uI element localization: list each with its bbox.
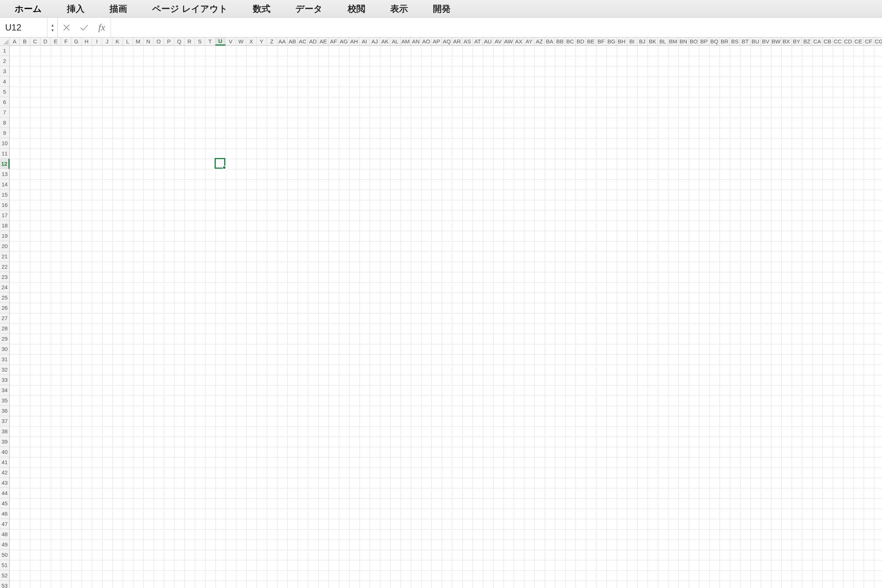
column-header-CE[interactable]: CE [854,38,864,46]
column-header-BR[interactable]: BR [720,38,730,46]
column-header-L[interactable]: L [123,38,133,46]
column-header-BF[interactable]: BF [596,38,606,46]
column-header-CC[interactable]: CC [833,38,843,46]
row-header-45[interactable]: 45 [0,498,9,508]
row-header-49[interactable]: 49 [0,540,9,550]
column-header-AL[interactable]: AL [390,38,400,46]
ribbon-tab-2[interactable]: 描画 [102,1,135,17]
row-header-21[interactable]: 21 [0,251,9,262]
row-header-16[interactable]: 16 [0,200,9,210]
row-header-29[interactable]: 29 [0,334,9,344]
row-header-3[interactable]: 3 [0,66,9,76]
row-header-38[interactable]: 38 [0,426,9,436]
row-header-35[interactable]: 35 [0,395,9,406]
name-box-input[interactable] [0,18,47,37]
row-header-17[interactable]: 17 [0,210,9,220]
row-header-8[interactable]: 8 [0,118,9,128]
column-header-AY[interactable]: AY [524,38,534,46]
column-header-AB[interactable]: AB [287,38,298,46]
column-header-CD[interactable]: CD [843,38,854,46]
row-header-1[interactable]: 1 [0,46,9,56]
column-header-BV[interactable]: BV [761,38,771,46]
row-header-34[interactable]: 34 [0,385,9,395]
column-header-BD[interactable]: BD [576,38,586,46]
column-header-AS[interactable]: AS [462,38,472,46]
row-header-6[interactable]: 6 [0,97,9,107]
ribbon-tab-6[interactable]: 校閲 [340,1,373,17]
column-header-BM[interactable]: BM [668,38,678,46]
row-header-42[interactable]: 42 [0,468,9,478]
ribbon-tab-1[interactable]: 挿入 [60,1,92,17]
column-header-R[interactable]: R [184,38,195,46]
name-box-spinner[interactable]: ▴ ▾ [47,18,57,37]
column-header-AZ[interactable]: AZ [534,38,544,46]
row-header-10[interactable]: 10 [0,138,9,148]
row-header-5[interactable]: 5 [0,87,9,97]
column-header-X[interactable]: X [246,38,256,46]
select-all-triangle[interactable] [0,38,9,46]
column-header-AW[interactable]: AW [504,38,514,46]
column-header-E[interactable]: E [51,38,61,46]
column-header-AO[interactable]: AO [421,38,432,46]
row-header-53[interactable]: 53 [0,580,9,588]
column-header-BT[interactable]: BT [740,38,750,46]
row-header-41[interactable]: 41 [0,457,9,468]
row-header-30[interactable]: 30 [0,344,9,354]
row-header-32[interactable]: 32 [0,364,9,375]
column-header-W[interactable]: W [236,38,246,46]
column-header-AX[interactable]: AX [514,38,524,46]
column-header-BW[interactable]: BW [771,38,781,46]
column-header-BQ[interactable]: BQ [709,38,720,46]
column-header-AT[interactable]: AT [472,38,483,46]
row-header-4[interactable]: 4 [0,76,9,87]
column-header-BJ[interactable]: BJ [637,38,648,46]
column-header-BH[interactable]: BH [616,38,627,46]
column-header-BE[interactable]: BE [586,38,596,46]
column-header-BO[interactable]: BO [689,38,699,46]
column-header-B[interactable]: B [20,38,30,46]
column-header-J[interactable]: J [102,38,112,46]
column-header-AG[interactable]: AG [339,38,349,46]
row-header-7[interactable]: 7 [0,107,9,118]
column-header-BA[interactable]: BA [544,38,555,46]
column-header-Y[interactable]: Y [256,38,267,46]
row-header-23[interactable]: 23 [0,272,9,282]
column-header-BS[interactable]: BS [730,38,740,46]
row-header-15[interactable]: 15 [0,190,9,200]
column-header-CA[interactable]: CA [812,38,822,46]
column-header-G[interactable]: G [71,38,82,46]
column-header-H[interactable]: H [82,38,92,46]
column-header-AD[interactable]: AD [308,38,318,46]
column-header-BN[interactable]: BN [678,38,689,46]
column-header-BB[interactable]: BB [555,38,565,46]
row-header-46[interactable]: 46 [0,508,9,519]
cancel-icon[interactable] [58,18,75,37]
column-header-C[interactable]: C [30,38,40,46]
row-header-14[interactable]: 14 [0,179,9,190]
row-header-43[interactable]: 43 [0,478,9,488]
column-header-T[interactable]: T [205,38,215,46]
spinner-up-icon[interactable]: ▴ [51,22,54,28]
column-header-CB[interactable]: CB [822,38,833,46]
row-header-22[interactable]: 22 [0,262,9,272]
column-header-CF[interactable]: CF [864,38,874,46]
column-header-Q[interactable]: Q [174,38,184,46]
ribbon-tab-7[interactable]: 表示 [383,1,415,17]
ribbon-tab-3[interactable]: ページ レイアウト [145,1,235,17]
column-header-BG[interactable]: BG [606,38,616,46]
row-header-13[interactable]: 13 [0,169,9,179]
column-header-N[interactable]: N [143,38,154,46]
column-header-V[interactable]: V [226,38,236,46]
ribbon-tab-4[interactable]: 数式 [246,1,278,17]
ribbon-tab-0[interactable]: ホーム [8,1,49,17]
row-header-40[interactable]: 40 [0,447,9,457]
column-header-AI[interactable]: AI [359,38,370,46]
row-header-47[interactable]: 47 [0,519,9,529]
row-header-27[interactable]: 27 [0,313,9,323]
column-header-AP[interactable]: AP [432,38,442,46]
column-header-F[interactable]: F [61,38,71,46]
row-header-11[interactable]: 11 [0,148,9,159]
row-header-51[interactable]: 51 [0,560,9,570]
row-header-44[interactable]: 44 [0,488,9,498]
column-header-AQ[interactable]: AQ [442,38,452,46]
